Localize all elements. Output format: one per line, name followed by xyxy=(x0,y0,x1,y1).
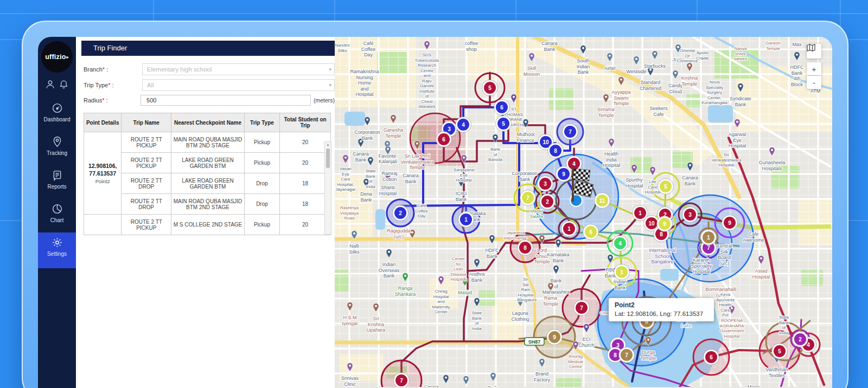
map-label: JayadevaInterchange xyxy=(504,230,527,241)
branch-select[interactable]: Elementary high school ▾ xyxy=(142,63,335,75)
map-marker[interactable]: 2 xyxy=(793,332,808,347)
user-icon[interactable] xyxy=(45,79,55,92)
map-marker[interactable]: 3 xyxy=(538,176,553,192)
map-marker[interactable]: 6 xyxy=(494,100,510,115)
map-marker[interactable]: 7 xyxy=(520,190,536,206)
svg-text:9: 9 xyxy=(663,221,666,227)
map-label: Navyashreesarees xyxy=(734,46,747,61)
sidebar-item-label: Tracking xyxy=(38,150,76,156)
map-marker[interactable]: 7 xyxy=(574,300,590,316)
svg-text:7: 7 xyxy=(580,305,583,311)
table-header: Trip Type xyxy=(244,113,279,132)
map-label: DailyBread xyxy=(487,385,500,387)
svg-text:1: 1 xyxy=(567,226,571,232)
table-row[interactable]: 12.908106, 77.613537Point2ROUTE 2 TT PIC… xyxy=(84,132,331,153)
map-label: RamrajCotton xyxy=(381,171,397,182)
map-label: Kalanjali xyxy=(379,159,397,164)
map-marker[interactable]: 6 xyxy=(704,350,719,365)
map-type-button[interactable] xyxy=(807,44,821,59)
trip-name-cell: ROUTE 2 TT PICKUP xyxy=(122,215,171,235)
svg-text:9: 9 xyxy=(553,334,556,340)
map-marker[interactable]: 9 xyxy=(547,329,563,345)
scrollbar-thumb[interactable] xyxy=(326,148,330,168)
chevron-down-icon: ▾ xyxy=(329,80,331,90)
sidebar-item-settings[interactable]: Settings xyxy=(38,232,76,268)
map-label: Westside xyxy=(627,69,647,74)
map-marker[interactable]: 5 xyxy=(496,116,512,132)
map-marker[interactable]: 6 xyxy=(583,224,599,240)
svg-text:8: 8 xyxy=(614,352,617,358)
uffizio-logo: uffizio▸ xyxy=(41,41,73,73)
scroll-up-icon[interactable]: ▲ xyxy=(327,142,330,147)
sidebar-item-dashboard[interactable]: Dashboard xyxy=(38,98,76,132)
map-marker[interactable]: 4 xyxy=(456,117,471,133)
map-marker[interactable]: 7 xyxy=(394,373,410,387)
map-marker[interactable]: 7 xyxy=(563,124,578,140)
map-label: AstadHospital xyxy=(752,268,770,280)
svg-text:11: 11 xyxy=(599,198,605,204)
map-label: RamaTemple xyxy=(542,295,558,307)
map-marker[interactable]: 2 xyxy=(393,205,409,221)
checkpoint-cell: MAIN ROAD QUBA MASJID BTM 2ND STAGE xyxy=(171,132,245,153)
highway-badge: SH87 xyxy=(525,338,544,345)
map-label: MasjidSalafia xyxy=(530,209,544,219)
svg-text:7: 7 xyxy=(625,352,628,358)
trip-table: Point DetailsTrip NameNearest Checkpoint… xyxy=(84,113,331,235)
map-marker[interactable]: 8 xyxy=(548,143,564,159)
trip-type-cell: Pickup xyxy=(244,215,279,235)
map-marker[interactable]: 5 xyxy=(658,179,674,195)
table-scrollbar[interactable]: ▲ xyxy=(324,141,331,235)
map-marker[interactable]: 11 xyxy=(595,193,610,209)
trip-type-select-value: All xyxy=(147,82,154,88)
map-marker[interactable]: 1 xyxy=(614,264,630,280)
sidebar-item-label: Reports xyxy=(38,184,76,190)
dashboard-icon xyxy=(52,106,63,115)
svg-text:2: 2 xyxy=(399,210,402,216)
map-marker[interactable]: 6 xyxy=(436,132,452,147)
map-marker[interactable]: 7 xyxy=(619,347,635,363)
map-label: KaranthSpecialityHospital xyxy=(691,257,712,274)
table-row[interactable]: ROUTE 2 TT PICKUPM S COLLEGE 2ND STAGEPi… xyxy=(84,215,331,235)
map-marker[interactable]: 1 xyxy=(701,230,717,245)
map-marker[interactable]: 3 xyxy=(682,207,698,223)
map-label: ShantiHospital xyxy=(379,185,397,196)
map-marker[interactable]: 2 xyxy=(540,194,556,210)
svg-text:7: 7 xyxy=(526,195,529,201)
map-label: Starbucks xyxy=(644,63,666,69)
map-marker[interactable]: 5 xyxy=(772,344,788,359)
map-label: Mega xyxy=(748,384,760,387)
bell-icon[interactable] xyxy=(59,79,69,92)
tooltip-title: Point2 xyxy=(615,301,708,309)
map-marker[interactable]: 1 xyxy=(458,212,474,228)
map-label: ICICIBank xyxy=(456,191,467,202)
svg-text:5: 5 xyxy=(488,85,492,91)
report-icon xyxy=(52,173,63,183)
svg-text:9: 9 xyxy=(728,220,731,226)
sidebar-item-label: Dashboard xyxy=(38,117,76,122)
sidebar-item-reports[interactable]: Reports xyxy=(38,165,76,199)
map-label: AnuragMedicalCentre xyxy=(568,354,583,369)
map-marker[interactable]: 1 xyxy=(561,221,577,237)
map-pond xyxy=(344,112,365,126)
map-marker[interactable]: 4 xyxy=(612,236,628,251)
gear-icon xyxy=(52,241,63,250)
map-label: VardhmanTextiles xyxy=(766,367,788,378)
svg-text:7: 7 xyxy=(400,378,403,384)
map-marker[interactable]: 8 xyxy=(518,240,533,256)
map-label: H.S.MIyengar xyxy=(342,315,358,326)
app-window: uffizio▸ Dashboard xyxy=(22,21,848,388)
map-marker[interactable]: 5 xyxy=(482,80,498,96)
map-label: SouthIndianBank xyxy=(577,58,590,75)
map-label: AndhraBank xyxy=(469,271,484,283)
zoom-out-button[interactable]: - xyxy=(807,76,821,89)
map-marker[interactable]: 9 xyxy=(722,215,738,231)
trip-type-select[interactable]: All ▾ xyxy=(142,79,335,91)
svg-text:6: 6 xyxy=(589,229,592,235)
map-canvas[interactable]: CaféCoffeeDayNandiniSilksRamakrishnaNurs… xyxy=(335,37,832,388)
map-marker[interactable]: 9 xyxy=(657,216,673,232)
radius-input[interactable] xyxy=(141,95,311,106)
tooltip-coords: Lat: 12.908106, Lng: 77.613537 xyxy=(615,311,708,317)
zoom-in-button[interactable]: + xyxy=(807,62,821,75)
sidebar-item-chart[interactable]: Chart xyxy=(38,199,76,232)
sidebar-item-tracking[interactable]: Tracking xyxy=(38,132,76,165)
